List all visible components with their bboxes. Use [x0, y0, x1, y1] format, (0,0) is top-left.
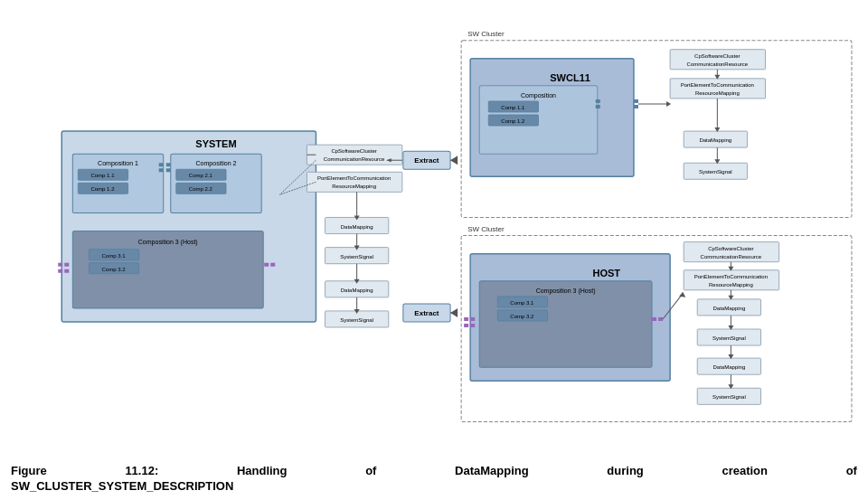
- caption-datamapping: DataMapping: [455, 464, 529, 477]
- svg-rect-20: [58, 269, 62, 273]
- svg-rect-23: [264, 263, 269, 267]
- svg-rect-59: [596, 105, 600, 108]
- svg-text:Comp 1.2: Comp 1.2: [501, 118, 525, 124]
- svg-marker-73: [666, 101, 671, 107]
- svg-text:SystemSignal: SystemSignal: [699, 169, 732, 175]
- svg-text:PortElementToCommunication: PortElementToCommunication: [681, 82, 754, 88]
- svg-text:Comp 3.2: Comp 3.2: [101, 267, 126, 272]
- svg-rect-3: [159, 163, 164, 166]
- svg-text:Comp 3.1: Comp 3.1: [510, 300, 534, 306]
- svg-text:Composition 1: Composition 1: [98, 160, 138, 167]
- svg-rect-22: [64, 269, 69, 273]
- svg-text:PortElementToCommunication: PortElementToCommunication: [694, 274, 768, 279]
- svg-text:Composition 3 (Host): Composition 3 (Host): [138, 239, 198, 246]
- svg-text:SWCL11: SWCL11: [550, 72, 590, 83]
- svg-rect-93: [470, 324, 475, 327]
- svg-text:CommunicationResource: CommunicationResource: [701, 254, 762, 259]
- svg-text:Comp 2.2: Comp 2.2: [189, 186, 213, 192]
- caption-of2: of: [846, 464, 857, 477]
- svg-rect-4: [159, 168, 164, 172]
- svg-text:ResourceMapping: ResourceMapping: [709, 282, 753, 288]
- svg-text:Extract: Extract: [414, 309, 439, 317]
- svg-text:Comp 3.2: Comp 3.2: [510, 314, 534, 319]
- system-label: SYSTEM: [195, 138, 236, 149]
- svg-text:HOST: HOST: [592, 268, 620, 278]
- diagram-area: SYSTEM Composition 1 Comp 1.1 Comp 1.2 C…: [7, 7, 861, 437]
- svg-rect-65: [634, 105, 638, 108]
- svg-text:SystemSignal: SystemSignal: [340, 254, 373, 259]
- figure-caption: Figure 11.12: Handling of DataMapping du…: [9, 464, 859, 493]
- svg-text:DataMapping: DataMapping: [712, 306, 745, 311]
- svg-text:DataMapping: DataMapping: [341, 224, 373, 230]
- svg-text:ResourceMapping: ResourceMapping: [332, 184, 376, 189]
- svg-rect-95: [658, 317, 663, 321]
- svg-text:ResourceMapping: ResourceMapping: [695, 90, 740, 96]
- svg-text:Comp 3.1: Comp 3.1: [101, 253, 126, 259]
- svg-text:Comp 1.1: Comp 1.1: [90, 173, 115, 178]
- caption-during: during: [607, 464, 643, 477]
- svg-text:DataMapping: DataMapping: [712, 364, 745, 370]
- caption-sw-cluster: SW_CLUSTER_SYSTEM_DESCRIPTION: [11, 479, 233, 493]
- svg-text:SystemSignal: SystemSignal: [712, 335, 746, 341]
- svg-text:SW Cluster: SW Cluster: [467, 225, 505, 233]
- svg-rect-58: [596, 99, 600, 103]
- svg-marker-107: [679, 292, 685, 297]
- svg-text:Comp 2.1: Comp 2.1: [189, 173, 213, 178]
- svg-rect-12: [166, 168, 171, 172]
- svg-rect-19: [58, 263, 62, 267]
- caption-handling: Handling: [237, 464, 288, 477]
- svg-text:DataMapping: DataMapping: [699, 137, 731, 143]
- svg-rect-21: [64, 263, 69, 267]
- svg-rect-92: [470, 317, 475, 321]
- svg-rect-11: [166, 163, 171, 166]
- svg-text:SystemSignal: SystemSignal: [340, 317, 373, 323]
- svg-rect-91: [464, 324, 468, 327]
- svg-text:PortElementToCommunication: PortElementToCommunication: [317, 175, 391, 181]
- caption-number: 11.12:: [125, 464, 158, 477]
- svg-text:Composition 3 (Host): Composition 3 (Host): [536, 288, 596, 295]
- svg-text:Comp 1.2: Comp 1.2: [90, 186, 115, 192]
- caption-creation: creation: [722, 464, 768, 477]
- svg-text:CpSoftwareCluster: CpSoftwareCluster: [708, 246, 753, 251]
- svg-text:Extract: Extract: [414, 156, 439, 165]
- svg-text:CpSoftwareCluster: CpSoftwareCluster: [694, 53, 740, 59]
- svg-text:Comp 1.1: Comp 1.1: [501, 105, 525, 110]
- svg-text:CommunicationResource: CommunicationResource: [687, 61, 749, 67]
- caption-of1: of: [365, 464, 376, 477]
- svg-rect-24: [270, 263, 275, 267]
- svg-rect-88: [479, 281, 652, 367]
- svg-text:CommunicationResource: CommunicationResource: [324, 156, 385, 162]
- svg-rect-94: [652, 317, 656, 321]
- svg-text:CpSoftwareCluster: CpSoftwareCluster: [331, 148, 376, 154]
- svg-text:DataMapping: DataMapping: [341, 288, 373, 293]
- svg-text:Composition 2: Composition 2: [196, 160, 237, 167]
- svg-rect-64: [634, 99, 638, 103]
- svg-rect-90: [464, 317, 468, 321]
- main-container: SYSTEM Composition 1 Comp 1.1 Comp 1.2 C…: [0, 0, 868, 500]
- svg-text:SW Cluster: SW Cluster: [467, 30, 505, 38]
- caption-figure: Figure: [11, 464, 47, 477]
- svg-text:Composition: Composition: [521, 92, 556, 99]
- svg-text:SystemSignal: SystemSignal: [712, 394, 746, 400]
